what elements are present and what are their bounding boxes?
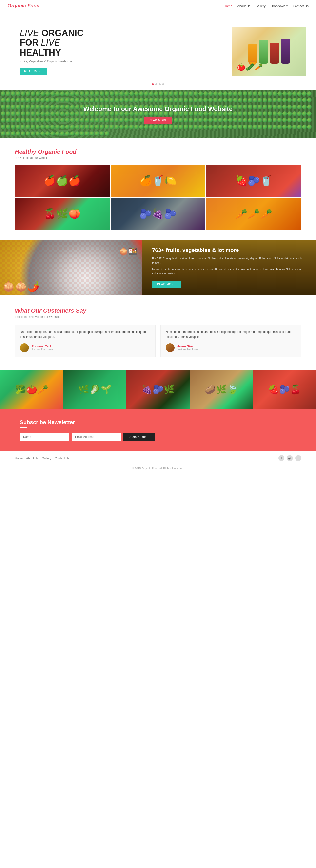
- hero-section: Live ORGANIC FOR LIVE HEALTHY Fruits, Ve…: [0, 12, 316, 81]
- footer-nav: Home About Us Gallery Contact Us: [15, 456, 69, 460]
- green-banner-cta[interactable]: READ MORE: [144, 117, 172, 124]
- wood-para1: FIND IT. Cras quis dolor et leo lorem rh…: [152, 256, 306, 265]
- green-banner: (function(){ var c=''; for(var i=0;i<400…: [0, 90, 316, 138]
- navbar: Organic Food Home About Us Gallery Dropd…: [0, 0, 316, 12]
- green-banner-content: Welcome to our Awesome Organic Food Webs…: [5, 105, 311, 124]
- subscribe-section: Subscribe Newsletter SUBSCRIBE: [0, 409, 316, 451]
- footer: Home About Us Gallery Contact Us f g+ t: [0, 451, 316, 465]
- gallery-heading: Healthy Organic Food: [15, 148, 301, 155]
- strip-item-3[interactable]: 🥔🌿🍃: [190, 370, 253, 409]
- dot-1[interactable]: [152, 84, 154, 85]
- testimonials-grid: Nam libero tempore, cum soluta nobis est…: [15, 324, 301, 357]
- social-twitter[interactable]: t: [295, 455, 301, 461]
- hero-text: Live ORGANIC FOR LIVE HEALTHY Fruits, Ve…: [20, 28, 84, 75]
- subscribe-divider: [20, 427, 27, 428]
- strip-item-1[interactable]: 🌿🥬🌱: [63, 370, 126, 409]
- social-facebook[interactable]: f: [279, 455, 284, 461]
- slider-dots: [0, 81, 316, 90]
- footer-copyright: © 2015 Organic Food. All Rights Reserved…: [0, 465, 316, 474]
- gallery-item-apples[interactable]: 🍎🍏🍎: [15, 165, 109, 197]
- strip-item-4[interactable]: 🍓🫐🍒: [253, 370, 316, 409]
- subscribe-name-input[interactable]: [20, 433, 69, 441]
- gallery-item-carrots[interactable]: 🥕🥕🥕: [207, 198, 301, 230]
- wood-stat: 763+ fruits, vegetables & lot more: [152, 247, 306, 253]
- wood-banner: 🧅🧅🌶️ 🧅🍱 763+ fruits, vegetables & lot mo…: [0, 240, 316, 295]
- nav-about[interactable]: About Us: [237, 4, 250, 8]
- hero-subtitle: Fruits, Vegetables & Organic Fresh Food: [20, 60, 84, 63]
- photo-strip: 🥦🍅🥕 🌿🥬🌱 🍇🫐🌿 🥔🌿🍃 🍓🫐🍒: [0, 370, 316, 409]
- strip-item-2[interactable]: 🍇🫐🌿: [126, 370, 190, 409]
- glass-orange: [248, 44, 257, 64]
- nav-dropdown[interactable]: Dropdown ▾: [271, 4, 288, 8]
- subscribe-form: SUBSCRIBE: [20, 433, 296, 441]
- glass-purple: [281, 39, 290, 64]
- testimonials-heading: What Our Customers Say: [15, 307, 301, 314]
- testimonial-card-1: Nam libero tempore, cum soluta nobis est…: [160, 324, 301, 357]
- testimonial-text-1: Nam libero tempore, cum soluta nobis est…: [166, 330, 296, 339]
- subscribe-button[interactable]: SUBSCRIBE: [123, 433, 155, 441]
- green-banner-title: Welcome to our Awesome Organic Food Webs…: [5, 105, 311, 113]
- wood-left-image: 🧅🧅🌶️ 🧅🍱: [0, 240, 142, 295]
- glass-red: [270, 43, 279, 64]
- subscribe-heading: Subscribe Newsletter: [20, 419, 296, 426]
- nav-gallery[interactable]: Gallery: [255, 4, 266, 8]
- dot-4[interactable]: [162, 84, 164, 85]
- gallery-item-juice[interactable]: 🍊🥤🍋: [110, 165, 206, 197]
- dot-2[interactable]: [155, 84, 157, 85]
- avatar-thomas: [20, 343, 29, 352]
- wood-right-content: 763+ fruits, vegetables & lot more FIND …: [142, 240, 316, 295]
- nav-links: Home About Us Gallery Dropdown ▾ Contact…: [224, 4, 309, 8]
- strip-item-0[interactable]: 🥦🍅🥕: [0, 370, 63, 409]
- testimonials-section: What Our Customers Say Excellent Reviews…: [0, 295, 316, 369]
- testimonial-card-0: Nam libero tempore, cum soluta nobis est…: [15, 324, 156, 357]
- testimonial-text-0: Nam libero tempore, cum soluta nobis est…: [20, 330, 150, 339]
- nav-home[interactable]: Home: [224, 4, 232, 8]
- gallery-subheading: is available at our Website: [15, 156, 301, 160]
- nav-contact[interactable]: Contact Us: [293, 4, 309, 8]
- glass-green: [259, 40, 268, 64]
- footer-link-home[interactable]: Home: [15, 457, 23, 460]
- author-role-1: Just an Employee: [177, 348, 198, 351]
- subscribe-email-input[interactable]: [72, 433, 121, 441]
- hero-cta-button[interactable]: READ MORE: [20, 68, 48, 74]
- hero-image: 🍅🥒🥕: [232, 27, 306, 76]
- brand-name[interactable]: Organic Food: [7, 3, 39, 9]
- author-name-1: Adam Star: [177, 344, 198, 348]
- author-role-0: Just an Employee: [31, 348, 53, 351]
- footer-social: f g+ t: [279, 455, 301, 461]
- avatar-adam: [166, 343, 175, 352]
- footer-link-about[interactable]: About Us: [26, 457, 38, 460]
- gallery-grid: 🍎🍏🍎 🍊🥤🍋 🍓🫐🥤 🍒🌿🍑 🫐🍇🫐 🥕🥕🥕: [15, 165, 301, 230]
- hero-heading: Live ORGANIC FOR LIVE HEALTHY: [20, 28, 84, 58]
- wood-para2: Netus ut feentar a sapiente blandit soci…: [152, 267, 306, 276]
- gallery-item-smoothie[interactable]: 🍓🫐🥤: [207, 165, 301, 197]
- social-googleplus[interactable]: g+: [287, 455, 293, 461]
- dot-3[interactable]: [159, 84, 161, 85]
- testimonial-author-1: Adam Star Just an Employee: [166, 343, 296, 352]
- gallery-item-cherries[interactable]: 🍒🌿🍑: [15, 198, 109, 230]
- footer-link-contact[interactable]: Contact Us: [55, 457, 69, 460]
- testimonials-subheading: Excellent Reviews for our Website: [15, 315, 301, 319]
- wood-cta[interactable]: READ MORE: [152, 281, 181, 287]
- footer-link-gallery[interactable]: Gallery: [42, 457, 51, 460]
- gallery-item-grapes[interactable]: 🫐🍇🫐: [110, 198, 206, 230]
- author-name-0: Thomas Carl.: [31, 344, 53, 348]
- hero-food-decoration: 🍅🥒🥕: [237, 63, 263, 71]
- testimonial-author-0: Thomas Carl. Just an Employee: [20, 343, 150, 352]
- gallery-section: Healthy Organic Food is available at our…: [0, 138, 316, 240]
